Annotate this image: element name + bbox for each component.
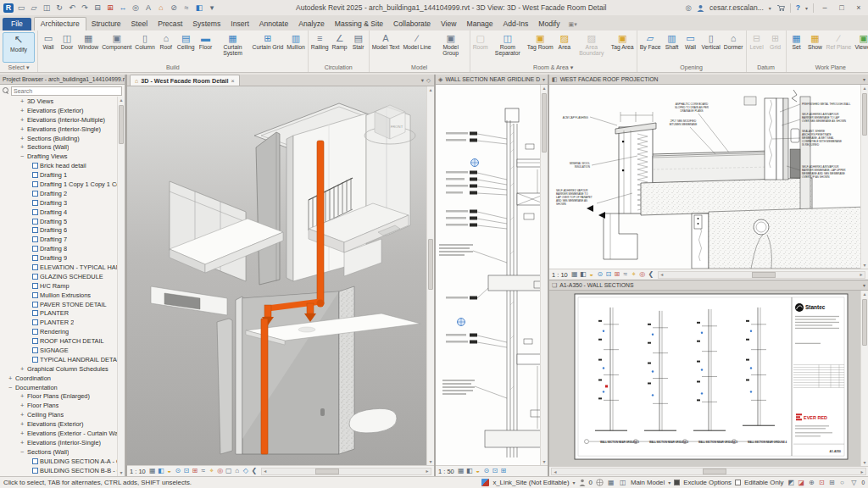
tree-item[interactable]: PLANTER 2 [2,318,125,327]
ribbon-button[interactable]: ⊟Level [748,31,766,63]
tree-item[interactable]: Drafting 3 [2,198,125,208]
tree-item[interactable]: + 3D Views [2,97,125,106]
expand-collapse-icon[interactable]: − [20,448,27,456]
tree-item[interactable]: Drafting 1 Copy 1 Copy 1 Copy 1 [2,180,125,189]
ribbon-tab[interactable]: Annotate [254,18,293,30]
ribbon-button[interactable]: ▯Vertical [700,31,722,63]
sync-icon[interactable]: ↻ [54,3,64,13]
ribbon-button[interactable]: ≡Railing [309,31,331,63]
design-option-caret[interactable]: ▾ [668,480,670,485]
home-icon[interactable]: ▭ [16,3,26,13]
ribbon-tab[interactable]: Modify [533,18,565,30]
shadows-icon[interactable]: ⊙ [174,466,182,476]
ribbon-tab[interactable]: Structure [86,18,126,30]
constraints-icon[interactable]: ❮ [250,466,259,476]
shadows-icon[interactable]: ⊙ [482,466,491,476]
tree-item[interactable]: + Graphical Column Schedules [2,364,125,374]
sync-status-icon[interactable] [596,479,604,486]
tree-item[interactable]: + Sections (Wall) [2,142,125,152]
design-options-icon[interactable]: ▦ [607,479,615,486]
expand-collapse-icon[interactable]: + [20,97,27,105]
visual-style-icon[interactable]: ◧ [579,269,587,280]
reveal-hidden-icon[interactable]: ◎ [216,466,225,476]
tree-item[interactable]: Drafting 5 [2,217,125,226]
ribbon-button[interactable]: ▭Wall [682,31,700,63]
tree-item[interactable]: ROOF HATCH DETAIL [2,336,125,346]
tree-item[interactable]: + Elevations (Interior-Single) [2,125,125,134]
print-icon[interactable]: ⊟ [92,3,103,13]
roof-projection-header[interactable]: ◧ WEST FACADE ROOF PROJECTION ▾ [549,75,868,85]
modify-button[interactable]: ↖ Modify [3,32,35,63]
tree-item[interactable]: Drafting 2 [2,189,125,198]
scale-indicator[interactable]: 1 : 50 [438,468,454,475]
wall-section-panel-header[interactable]: ◈ WALL SECTION NEAR GRIDLINE D ▾ [436,75,548,85]
ribbon-button[interactable]: ▢Room [471,31,490,63]
help-button[interactable]: ? [796,3,800,12]
ribbon-button[interactable]: AModel Text [370,31,402,63]
text-icon[interactable]: A [143,3,153,13]
ribbon-button[interactable]: ⊞Curtain Grid [251,31,286,63]
crop-view-icon[interactable]: ⊡ [604,269,613,280]
tree-item[interactable]: + Elevations (Interior-Single) [2,438,125,447]
expand-collapse-icon[interactable]: + [20,143,27,151]
ribbon-tab[interactable]: Analyze [293,18,330,30]
select-links-icon[interactable]: ◩ [787,479,795,486]
unlock-view-icon[interactable]: ≈ [199,466,208,476]
tree-item[interactable]: + Elevations (Interior-Multiple) [2,115,125,125]
tab-list-icon[interactable]: ▾ [421,77,424,84]
tree-item[interactable]: Drafting 7 [2,235,125,244]
expand-collapse-icon[interactable]: − [8,384,15,391]
panel-menu-icon[interactable]: ▾ [542,76,545,82]
scale-indicator[interactable]: 1 : 10 [552,271,568,279]
sun-path-icon[interactable]: ◒ [165,466,174,476]
room-area-panel-label[interactable]: Room & Area ▾ [470,63,637,72]
editable-only-checkbox[interactable] [735,480,741,485]
scroll-up-icon[interactable]: ▴ [118,97,125,103]
tree-item[interactable]: + Ceiling Plans [2,410,125,419]
crop-view-icon[interactable]: ⊡ [491,466,499,476]
expand-collapse-icon[interactable]: + [8,374,15,382]
select-panel-label[interactable]: Select ▾ [0,63,37,72]
ribbon-button[interactable]: ⌂Roof [157,31,175,63]
expand-collapse-icon[interactable]: + [20,392,27,400]
panel-menu-icon[interactable]: ▾ [863,76,865,82]
file-tab[interactable]: File [3,18,31,30]
ribbon-button[interactable]: ⌂Dormer [722,31,745,63]
expand-collapse-icon[interactable]: + [20,116,27,124]
scale-icon[interactable]: ▦ [148,466,157,476]
modify-options-icon[interactable]: ▣▾ [569,21,577,30]
ribbon-button[interactable]: ▦Window [76,31,100,63]
crop-view-icon[interactable]: ⊡ [182,466,191,476]
sun-path-icon[interactable]: ◒ [587,269,596,280]
visual-style-icon[interactable]: ◧ [465,466,474,476]
select-by-face-icon[interactable]: ⊡ [817,479,826,486]
filter-icon[interactable]: ▽ [849,479,858,486]
qat-customize-icon[interactable]: ▾ [207,3,217,13]
expand-collapse-icon[interactable]: + [20,439,27,446]
ribbon-tab[interactable]: Massing & Site [330,18,388,30]
ribbon-button[interactable]: ▭Wall [39,31,58,63]
measure-icon[interactable]: ⊞ [105,3,115,13]
aligned-dimension-icon[interactable]: ↔ [118,3,128,13]
expand-collapse-icon[interactable]: + [20,107,27,114]
workset-dropdown-caret[interactable]: ▾ [573,480,576,485]
tile-views-icon[interactable]: ◇ [426,77,431,84]
drag-on-selection-icon[interactable]: ⊞ [827,479,836,486]
tree-item[interactable]: + Floor Plans [2,401,125,410]
ribbon-button[interactable]: ▨Area Boundary [574,31,609,63]
scale-icon[interactable]: ▦ [570,269,579,280]
ribbon-button[interactable]: ◫Door [58,31,76,63]
tree-item[interactable]: PAVER STONE DETAIL [2,300,125,309]
shadows-icon[interactable]: ⊙ [596,269,604,280]
ribbon-tab[interactable]: View [436,18,461,30]
ribbon-tab[interactable]: Collaborate [388,18,436,30]
minimize-button[interactable]: – [819,3,831,12]
active-workset[interactable]: x_Link_Site (Not Editable) [492,479,569,486]
scale-indicator[interactable]: 1 : 10 [130,468,146,475]
tree-item[interactable]: GLAZING SCHEDULE [2,272,125,281]
tree-item[interactable]: + Elevations (Exterior - Curtain Wall) [2,429,125,438]
expand-collapse-icon[interactable]: + [20,135,27,142]
ribbon-tab[interactable]: Add-Ins [498,18,534,30]
close-button[interactable]: × [853,3,865,12]
browser-scrollbar[interactable]: ▴ ▾ [117,97,125,476]
